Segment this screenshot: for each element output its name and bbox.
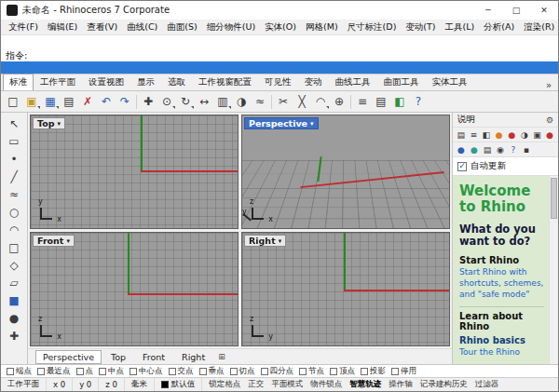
- osnap-toggle[interactable]: 物件锁点: [310, 379, 342, 390]
- current-layer-button[interactable]: 默认值: [155, 378, 203, 391]
- planar-toggle[interactable]: 平面模式: [271, 379, 303, 390]
- start-rhino-link[interactable]: Start Rhino with shortcuts, schemes, and…: [459, 267, 544, 300]
- command-input[interactable]: [1, 61, 558, 74]
- gumball-toggle[interactable]: 操作轴: [389, 379, 413, 390]
- minimize-button[interactable]: ─: [474, 1, 502, 20]
- viewport-perspective[interactable]: Perspective ▾ z x y: [241, 115, 450, 229]
- menu-dimension[interactable]: 尺寸标注(D): [343, 20, 402, 34]
- osnap-tangent[interactable]: 切点: [230, 366, 255, 377]
- viewport-tab-right[interactable]: Right: [174, 350, 212, 364]
- circle-tool-icon[interactable]: ○: [3, 203, 25, 221]
- open-file-icon[interactable]: ▣: [22, 93, 41, 111]
- box-tool-icon[interactable]: ■: [3, 291, 25, 309]
- close-button[interactable]: ✕: [530, 1, 558, 20]
- viewport-front[interactable]: Front ▾ z x: [30, 232, 239, 346]
- offset-icon[interactable]: ≈: [251, 93, 269, 111]
- four-view-icon[interactable]: ⊞: [218, 352, 225, 361]
- osnap-point[interactable]: 点: [76, 366, 94, 377]
- osnap-perpendicular[interactable]: 垂点: [199, 366, 225, 377]
- render-ball-tab-icon[interactable]: ●: [544, 128, 555, 141]
- copy-icon[interactable]: ▥: [213, 93, 232, 111]
- viewport-top[interactable]: Top ▾ y x: [30, 115, 239, 229]
- menu-view[interactable]: 查看(V): [82, 20, 122, 34]
- help-scrollbar[interactable]: [549, 176, 558, 364]
- tab-set-view[interactable]: 设置视图: [82, 74, 130, 90]
- redo-icon[interactable]: ↷: [116, 93, 134, 111]
- viewport-right-title[interactable]: Right ▾: [244, 235, 286, 247]
- grid-snap-toggle[interactable]: 锁定格点: [209, 379, 240, 390]
- zoom-extents-icon[interactable]: ⊙: [157, 93, 176, 111]
- osnap-disable[interactable]: 停用: [391, 366, 416, 377]
- menu-curve[interactable]: 曲线(C): [122, 20, 162, 34]
- filter-toggle[interactable]: 过滤器: [475, 379, 499, 390]
- sun-tab-icon[interactable]: ◑: [519, 128, 530, 141]
- cplane-button[interactable]: 工作平面: [1, 378, 47, 391]
- split-icon[interactable]: ╳: [293, 93, 311, 111]
- pin-tab-icon[interactable]: ▪: [521, 143, 532, 155]
- properties-icon[interactable]: ▤: [372, 93, 390, 111]
- osnap-near[interactable]: 最近点: [37, 366, 71, 377]
- menu-render[interactable]: 渲染(R): [519, 20, 559, 34]
- tab-surface-tools[interactable]: 曲面工具: [377, 74, 426, 90]
- ortho-toggle[interactable]: 正交: [248, 379, 264, 390]
- materials-tab-icon[interactable]: ●: [494, 128, 505, 141]
- move-tool-icon[interactable]: ✚: [3, 327, 25, 345]
- osnap-project[interactable]: 投影: [361, 366, 386, 377]
- menu-mesh[interactable]: 网格(M): [301, 20, 343, 34]
- menu-analyze[interactable]: 分析(A): [479, 20, 519, 34]
- osnap-end[interactable]: 端点: [7, 366, 32, 377]
- libraries-tab-icon[interactable]: ▣: [532, 128, 543, 141]
- menu-tools[interactable]: 工具(L): [441, 20, 480, 34]
- tab-viewport-layout[interactable]: 工作视窗配置: [192, 74, 258, 90]
- osnap-mid[interactable]: 中点: [99, 366, 124, 377]
- material-ball-tab-icon[interactable]: ●: [456, 143, 467, 155]
- osnap-quadrant[interactable]: 四分点: [261, 366, 294, 377]
- fillet-icon[interactable]: ◠: [311, 93, 330, 111]
- gear-icon[interactable]: ⚙: [546, 115, 553, 125]
- command-prompt[interactable]: 指令:: [1, 49, 558, 61]
- menu-surface[interactable]: 曲面(S): [162, 20, 201, 34]
- display-tab-icon[interactable]: ◧: [481, 128, 492, 141]
- tab-select[interactable]: 选取: [161, 74, 192, 90]
- tour-the-rhino-link[interactable]: Tour the Rhino: [459, 347, 544, 358]
- trim-icon[interactable]: ✂: [274, 93, 293, 111]
- scrollbar-thumb[interactable]: [551, 178, 557, 219]
- arc-tool-icon[interactable]: ◠: [3, 221, 25, 238]
- maximize-button[interactable]: □: [502, 1, 530, 20]
- display-icon[interactable]: ◧: [390, 93, 409, 111]
- osnap-vertex[interactable]: 顶点: [330, 366, 355, 377]
- notes-tab-icon[interactable]: ▤: [482, 143, 493, 155]
- smarttrack-toggle[interactable]: 智慧轨迹: [349, 379, 381, 390]
- tab-standard[interactable]: 标准: [3, 74, 34, 90]
- selection-filter-icon[interactable]: ▭: [3, 132, 25, 150]
- tab-display[interactable]: 显示: [130, 74, 161, 90]
- point-tool-icon[interactable]: •: [3, 150, 25, 168]
- menu-edit[interactable]: 编辑(E): [43, 20, 82, 34]
- viewport-top-title[interactable]: Top ▾: [33, 117, 65, 129]
- move-icon[interactable]: ↔: [195, 93, 213, 111]
- polyline-tool-icon[interactable]: ╱: [3, 168, 25, 185]
- osnap-center[interactable]: 中心点: [130, 366, 163, 377]
- surface-tool-icon[interactable]: ▱: [3, 274, 25, 291]
- select-tool-icon[interactable]: ↖: [3, 115, 25, 132]
- auto-update-checkbox[interactable]: ✓: [457, 162, 467, 171]
- tab-curve-tools[interactable]: 曲线工具: [329, 74, 377, 90]
- help-icon[interactable]: ?: [409, 93, 428, 111]
- viewport-right[interactable]: Right ▾ z y: [241, 232, 450, 346]
- properties-tab-icon[interactable]: ▤: [456, 128, 467, 141]
- menu-file[interactable]: 文件(F): [4, 20, 43, 34]
- new-file-icon[interactable]: □: [4, 93, 22, 111]
- render-tab-icon[interactable]: ●: [507, 128, 518, 141]
- tab-transform[interactable]: 变动: [298, 74, 329, 90]
- environment-tab-icon[interactable]: ●: [469, 143, 480, 155]
- join-icon[interactable]: ⊕: [330, 93, 348, 111]
- web-tab-icon[interactable]: ◉: [495, 143, 506, 155]
- undo-icon[interactable]: ↶: [97, 93, 116, 111]
- tab-overflow-icon[interactable]: »: [541, 80, 556, 90]
- delete-icon[interactable]: ✗: [78, 93, 97, 111]
- menu-transform[interactable]: 变动(T): [401, 20, 440, 34]
- viewport-tab-top[interactable]: Top: [103, 350, 133, 364]
- osnap-knot[interactable]: 节点: [299, 366, 324, 377]
- rectangle-tool-icon[interactable]: □: [3, 238, 25, 256]
- viewport-perspective-title[interactable]: Perspective ▾: [244, 117, 319, 129]
